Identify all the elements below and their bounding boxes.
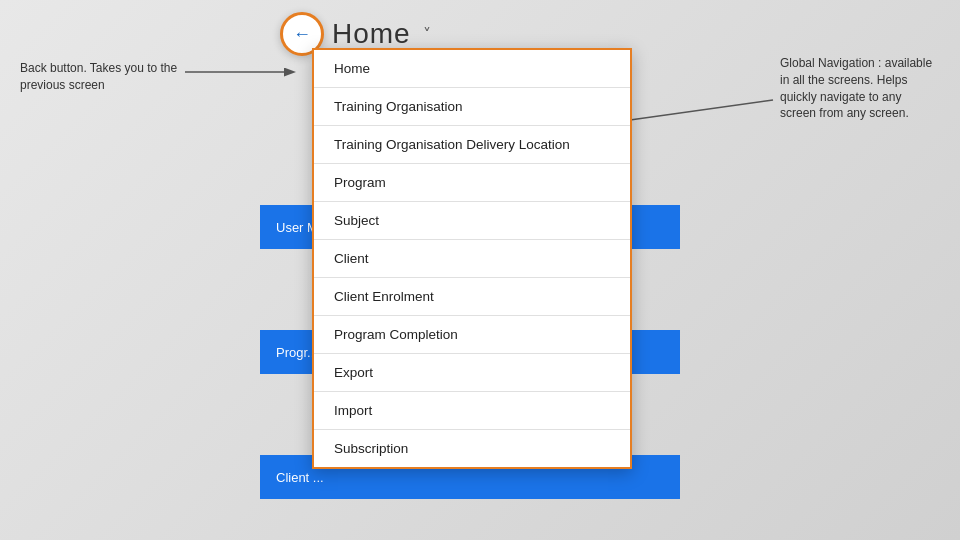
back-icon: ← [293,24,311,45]
dropdown-menu: Home Training Organisation Training Orga… [312,48,632,469]
menu-item-client[interactable]: Client [314,240,630,278]
menu-item-training-org[interactable]: Training Organisation [314,88,630,126]
menu-item-training-org-delivery[interactable]: Training Organisation Delivery Location [314,126,630,164]
menu-item-home[interactable]: Home [314,50,630,88]
callout-left: Back button. Takes you to the previous s… [20,60,180,94]
menu-item-subscription[interactable]: Subscription [314,430,630,467]
chevron-down-icon[interactable]: ˅ [423,25,431,44]
menu-item-program[interactable]: Program [314,164,630,202]
menu-item-client-enrolment[interactable]: Client Enrolment [314,278,630,316]
menu-item-subject[interactable]: Subject [314,202,630,240]
menu-item-import[interactable]: Import [314,392,630,430]
home-title: Home [332,18,411,50]
bg-client-label: Client ... [276,470,324,485]
svg-line-3 [630,100,773,120]
callout-right: Global Navigation : available in all the… [780,55,940,122]
menu-item-export[interactable]: Export [314,354,630,392]
right-arrow-line [625,90,775,140]
menu-item-program-completion[interactable]: Program Completion [314,316,630,354]
left-arrow-line [185,52,305,92]
